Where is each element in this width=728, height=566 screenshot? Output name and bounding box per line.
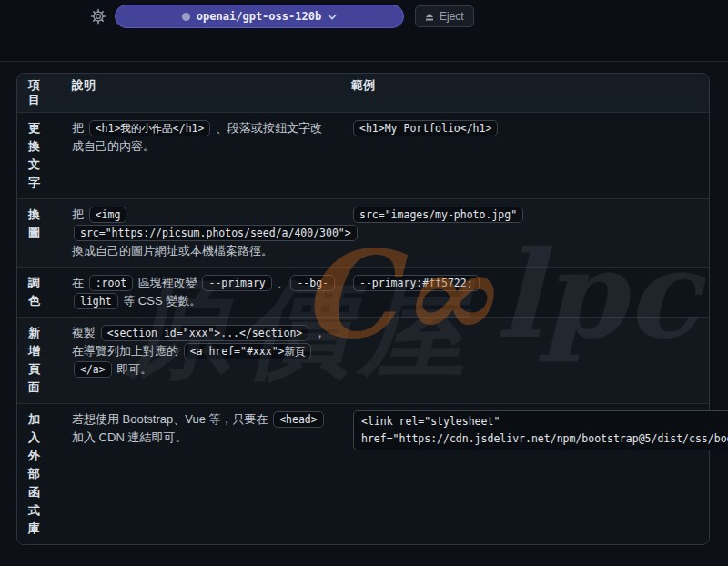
row-description-cell: 在 :root 區塊裡改變 --primary 、--bg-light 等 CS… xyxy=(61,268,340,317)
inline-code: <link rel="stylesheet" href="https://cdn… xyxy=(353,410,728,450)
row-example-cell: src="images/my-photo.jpg" xyxy=(340,199,709,267)
row-item-cell: 新增頁面 xyxy=(17,318,61,403)
column-header: 項目 xyxy=(17,74,61,112)
table-header-row: 項目說明範例 xyxy=(17,74,709,112)
row-item-cell: 換圖 xyxy=(17,199,61,267)
row-example-cell xyxy=(340,318,709,403)
inline-code: --primary xyxy=(202,275,271,291)
settings-gear-icon[interactable] xyxy=(90,8,106,25)
inline-code: :root xyxy=(89,275,134,291)
model-status-icon xyxy=(182,13,190,21)
column-header: 說明 xyxy=(61,74,340,112)
inline-code: --primary:#ff5722; xyxy=(353,275,480,291)
column-header: 範例 xyxy=(340,74,709,112)
inline-code: <section id="xxx">...</section> xyxy=(101,325,309,341)
inline-code: src="images/my-photo.jpg" xyxy=(353,207,523,223)
row-example-cell: <h1>My Portfolio</h1> xyxy=(340,113,709,198)
table-row: 新增頁面複製 <section id="xxx">...</section> ，… xyxy=(17,317,709,403)
chevron-down-icon xyxy=(328,14,337,20)
inline-code: <head> xyxy=(273,411,324,428)
row-item-cell: 調色 xyxy=(17,268,61,317)
row-item-cell: 更換文字 xyxy=(17,113,61,198)
model-selector[interactable]: openai/gpt-oss-120b xyxy=(115,5,404,28)
inline-code: <h1>我的小作品</h1> xyxy=(89,120,211,136)
inline-code: <img src="https://picsum.photos/seed/a/4… xyxy=(74,207,358,241)
chat-message-content: 項目說明範例更換文字把 <h1>我的小作品</h1> 、段落或按鈕文字改成自己的… xyxy=(0,62,728,566)
top-bar: openai/gpt-oss-120b Eject xyxy=(0,0,728,62)
inline-code: <a href="#xxx">新頁</a> xyxy=(74,343,311,378)
table-row: 換圖把 <img src="https://picsum.photos/seed… xyxy=(17,198,709,267)
table-row: 加入外部函式庫若想使用 Bootstrap、Vue 等，只要在 <head> 加… xyxy=(17,403,709,544)
row-description-cell: 把 <h1>我的小作品</h1> 、段落或按鈕文字改成自己的內容。 xyxy=(61,113,340,198)
row-description-cell: 把 <img src="https://picsum.photos/seed/a… xyxy=(61,199,340,267)
row-item-cell: 加入外部函式庫 xyxy=(17,404,61,544)
eject-button[interactable]: Eject xyxy=(415,5,474,27)
row-description-cell: 複製 <section id="xxx">...</section> ，在導覽列… xyxy=(61,318,340,403)
table-row: 調色在 :root 區塊裡改變 --primary 、--bg-light 等 … xyxy=(17,267,709,317)
row-example-cell: --primary:#ff5722; xyxy=(340,268,709,317)
model-label: openai/gpt-oss-120b xyxy=(197,10,321,23)
inline-code: <h1>My Portfolio</h1> xyxy=(353,120,498,136)
table-row: 更換文字把 <h1>我的小作品</h1> 、段落或按鈕文字改成自己的內容。<h1… xyxy=(17,112,709,198)
eject-icon xyxy=(425,12,434,22)
row-example-cell: <link rel="stylesheet" href="https://cdn… xyxy=(340,404,728,544)
help-table: 項目說明範例更換文字把 <h1>我的小作品</h1> 、段落或按鈕文字改成自己的… xyxy=(16,73,710,545)
row-description-cell: 若想使用 Bootstrap、Vue 等，只要在 <head> 加入 CDN 連… xyxy=(61,404,340,544)
eject-label: Eject xyxy=(440,10,464,23)
